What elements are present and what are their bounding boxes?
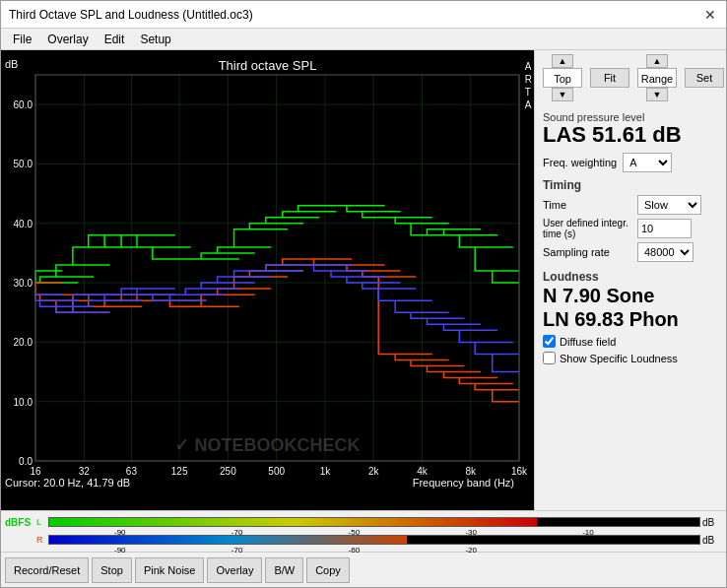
dbfs-bar: dBFS L -90 -70 -50 -30 -10 dB R -90 -70 …	[1, 510, 726, 552]
user-integr-input[interactable]	[637, 219, 692, 238]
r-tick-90: -90	[114, 546, 126, 555]
top-value: Top	[543, 68, 582, 88]
diffuse-field-row: Diffuse field	[543, 335, 718, 348]
overlay-button[interactable]: Overlay	[207, 557, 262, 583]
loudness-values: N 7.90 Sone LN 69.83 Phon	[543, 284, 718, 331]
chart-arta-label: ARTA	[525, 60, 532, 111]
main-window: Third Octave SPL and Loudness (Untitled.…	[0, 0, 727, 588]
dbfs-r-unit: dB	[702, 535, 722, 546]
time-row: Time Slow Fast Impulse	[543, 195, 718, 215]
show-specific-label: Show Specific Loudness	[560, 353, 678, 364]
top-up-button[interactable]: ▲	[552, 54, 573, 68]
dbfs-l-label: dBFS	[5, 517, 34, 528]
main-content: Third octave SPL dB ARTA Cursor: 20.0 Hz…	[1, 50, 726, 510]
r-tick-70: -70	[231, 546, 243, 555]
freq-weighting-label: Freq. weighting	[543, 157, 617, 168]
r-tick-30: -20	[465, 546, 477, 555]
chart-area: Third octave SPL dB ARTA Cursor: 20.0 Hz…	[1, 50, 534, 510]
close-button[interactable]: ✕	[702, 7, 718, 23]
set-button[interactable]: Set	[685, 68, 724, 88]
freq-weighting-row: Freq. weighting A B C Z	[543, 153, 718, 172]
chart-canvas	[1, 50, 534, 510]
r-channel-label: R	[36, 535, 46, 545]
ln-value: LN 69.83 Phon	[543, 307, 718, 331]
chart-title: Third octave SPL	[1, 54, 534, 77]
loudness-section: Loudness N 7.90 Sone LN 69.83 Phon Diffu…	[543, 270, 718, 364]
dbfs-l-meter: -90 -70 -50 -30 -10	[48, 517, 700, 527]
set-spin-group: Set	[685, 54, 724, 101]
time-label: Time	[543, 199, 631, 211]
sampling-rate-label: Sampling rate	[543, 246, 631, 258]
dbfs-l-unit: dB	[702, 517, 722, 528]
menu-setup[interactable]: Setup	[136, 32, 174, 47]
sampling-rate-select[interactable]: 44100 48000 96000	[637, 242, 694, 262]
range-value: Range	[637, 68, 677, 88]
l-channel-label: L	[36, 517, 46, 527]
range-up-button[interactable]: ▲	[646, 54, 668, 68]
time-select[interactable]: Slow Fast Impulse	[637, 195, 701, 215]
dbfs-r-row: R -90 -70 -60 -20 dB	[5, 531, 722, 549]
window-title: Third Octave SPL and Loudness (Untitled.…	[9, 8, 253, 22]
record-reset-button[interactable]: Record/Reset	[5, 557, 89, 583]
show-specific-row: Show Specific Loudness	[543, 352, 718, 364]
fit-spin-group: Fit	[590, 54, 629, 101]
n-value: N 7.90 Sone	[543, 284, 718, 307]
top-spin-group: ▲ Top ▼	[543, 54, 582, 101]
loudness-title: Loudness	[543, 270, 718, 284]
show-specific-checkbox[interactable]	[543, 352, 556, 364]
pink-noise-button[interactable]: Pink Noise	[135, 557, 205, 583]
copy-button[interactable]: Copy	[306, 557, 350, 583]
freq-weighting-select[interactable]: A B C Z	[623, 153, 672, 172]
freq-label: Frequency band (Hz)	[413, 477, 514, 489]
right-panel: ▲ Top ▼ Fit ▲ Range ▼ Set	[534, 50, 726, 510]
top-range-controls: ▲ Top ▼ Fit ▲ Range ▼ Set	[543, 54, 718, 101]
spl-value: LAS 51.61 dB	[543, 123, 718, 147]
menu-file[interactable]: File	[9, 32, 35, 47]
spl-section: Sound pressure level LAS 51.61 dB	[543, 109, 718, 147]
range-spin-group: ▲ Range ▼	[637, 54, 677, 101]
chart-db-label: dB	[5, 58, 18, 70]
menu-bar: File Overlay Edit Setup	[1, 29, 726, 50]
timing-title: Timing	[543, 178, 718, 192]
dbfs-l-row: dBFS L -90 -70 -50 -30 -10 dB	[5, 513, 722, 531]
range-down-button[interactable]: ▼	[646, 88, 668, 101]
menu-overlay[interactable]: Overlay	[43, 32, 92, 47]
r-tick-50: -60	[349, 546, 361, 555]
bw-button[interactable]: B/W	[265, 557, 303, 583]
dbfs-r-bar	[49, 536, 407, 544]
user-integr-label: User defined integr. time (s)	[543, 218, 631, 239]
user-integr-row: User defined integr. time (s)	[543, 218, 718, 239]
title-bar: Third Octave SPL and Loudness (Untitled.…	[1, 1, 726, 29]
dbfs-r-meter: -90 -70 -60 -20	[48, 535, 700, 545]
bottom-bar: Record/Reset Stop Pink Noise Overlay B/W…	[1, 552, 726, 587]
dbfs-l-bar	[49, 518, 537, 526]
diffuse-field-label: Diffuse field	[560, 336, 616, 348]
fit-button[interactable]: Fit	[590, 68, 629, 88]
menu-edit[interactable]: Edit	[100, 32, 129, 47]
stop-button[interactable]: Stop	[92, 557, 132, 583]
diffuse-field-checkbox[interactable]	[543, 335, 556, 348]
top-down-button[interactable]: ▼	[552, 88, 573, 101]
cursor-info: Cursor: 20.0 Hz, 41.79 dB	[5, 477, 130, 489]
timing-section: Timing Time Slow Fast Impulse User defin…	[543, 178, 718, 262]
sampling-rate-row: Sampling rate 44100 48000 96000	[543, 242, 718, 262]
